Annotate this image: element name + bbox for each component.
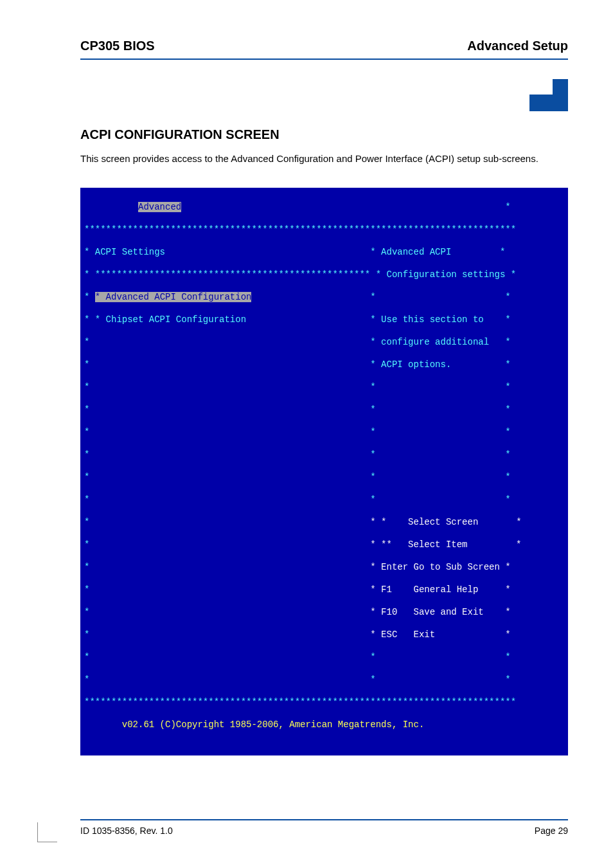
svg-rect-0: [553, 79, 568, 95]
page-footer: ID 1035-8356, Rev. 1.0 Page 29: [80, 819, 568, 836]
section-body: This screen provides access to the Advan…: [80, 152, 568, 165]
nav-esc: * ESC: [370, 629, 397, 640]
bios-border-bottom: ****************************************…: [84, 697, 516, 707]
doc-header-left: CP305 BIOS: [80, 39, 155, 53]
nav-f1: * F1: [370, 584, 392, 595]
header-rule: [80, 59, 568, 60]
nav-f10: * F10: [370, 607, 397, 617]
footer-page-number: Page 29: [535, 826, 568, 836]
doc-header-right: Advanced Setup: [467, 39, 568, 53]
bios-border-top: ****************************************…: [84, 224, 516, 235]
nav-select-screen: * *: [370, 517, 386, 527]
crop-mark-icon: [37, 822, 57, 842]
menu-advanced-acpi-configuration[interactable]: * Advanced ACPI Configuration: [95, 292, 252, 302]
bios-copyright: v02.61 (C)Copyright 1985-2006, American …: [84, 719, 500, 730]
nav-select-item: * **: [370, 539, 392, 550]
footer-doc-id: ID 1035-8356, Rev. 1.0: [80, 826, 173, 836]
corner-logo: [80, 79, 568, 111]
bios-title: * ACPI Settings: [84, 247, 165, 257]
menu-chipset-acpi-configuration[interactable]: * * Chipset ACPI Configuration: [84, 314, 246, 325]
section-heading: ACPI CONFIGURATION SCREEN: [80, 127, 568, 142]
nav-enter: * Enter: [370, 562, 408, 572]
svg-rect-1: [529, 95, 568, 111]
bios-tab-advanced[interactable]: Advanced: [138, 202, 181, 212]
bios-screen: Advanced * *****************************…: [80, 188, 568, 755]
